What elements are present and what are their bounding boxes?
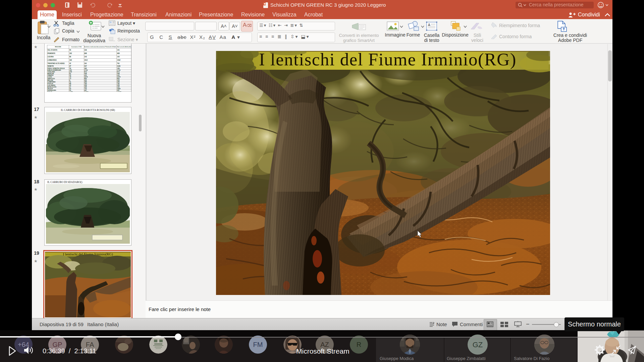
svg-text:GZ: GZ	[473, 341, 483, 349]
